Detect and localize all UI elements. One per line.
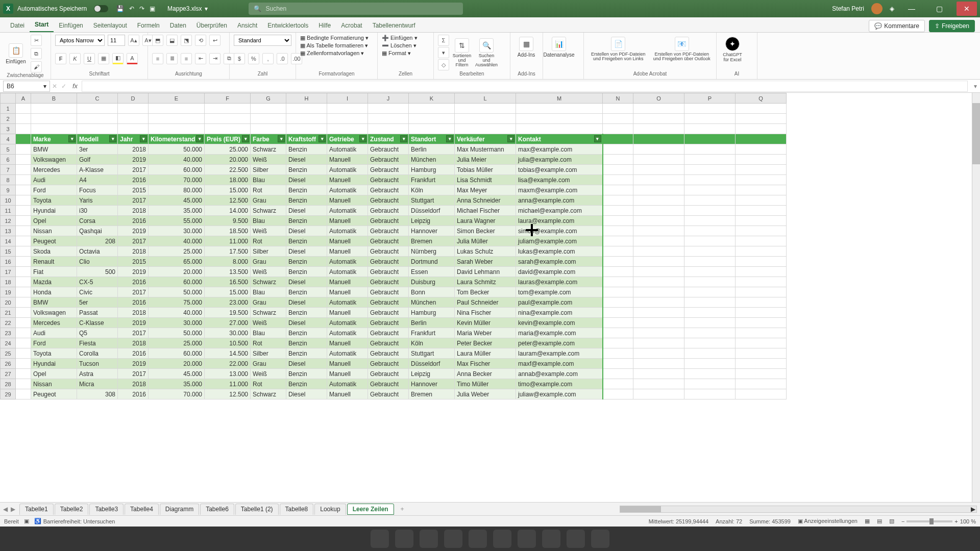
sheet-tab[interactable]: Diagramm — [160, 504, 199, 515]
row-header[interactable]: 20 — [1, 297, 16, 308]
cell[interactable] — [286, 114, 327, 124]
cell[interactable]: Benzin — [286, 308, 327, 318]
cell[interactable] — [516, 124, 603, 134]
cell[interactable]: Gebraucht — [368, 308, 409, 318]
cell[interactable] — [118, 114, 149, 124]
cell[interactable] — [684, 257, 736, 267]
border-button[interactable]: ▦ — [98, 53, 109, 64]
row-header[interactable]: 8 — [1, 175, 16, 185]
cell[interactable] — [736, 379, 787, 389]
cell[interactable]: 11.000 — [205, 236, 251, 246]
filter-dropdown-icon[interactable]: ▾ — [446, 135, 453, 142]
cell[interactable] — [16, 267, 31, 277]
cell[interactable]: München — [409, 297, 455, 308]
sort-filter-button[interactable]: ⇅Sortieren und Filtern — [450, 36, 474, 69]
cell[interactable] — [368, 124, 409, 134]
cell[interactable] — [16, 328, 31, 338]
table-header-cell[interactable]: Farbe▾ — [251, 134, 286, 144]
cell[interactable]: Benzin — [286, 185, 327, 195]
new-sheet-icon[interactable]: ＋ — [399, 505, 405, 513]
cell[interactable]: 2017 — [118, 165, 149, 175]
row-header[interactable]: 26 — [1, 359, 16, 369]
cell[interactable]: 20.000 — [205, 155, 251, 165]
ribbon-tab-acrobat[interactable]: Acrobat — [336, 19, 367, 32]
cell[interactable]: Manuell — [327, 369, 368, 379]
display-settings-button[interactable]: ▣ Anzeigeeinstellungen — [798, 518, 857, 524]
font-size-input[interactable] — [108, 35, 125, 46]
cell[interactable]: Gebraucht — [368, 267, 409, 277]
cell[interactable] — [633, 165, 684, 175]
cell[interactable] — [455, 114, 516, 124]
row-header[interactable]: 16 — [1, 257, 16, 267]
cell[interactable] — [16, 175, 31, 185]
cell[interactable]: 50.000 — [149, 328, 205, 338]
cell[interactable] — [633, 389, 684, 399]
cell[interactable]: 2018 — [118, 379, 149, 389]
cell[interactable]: A4 — [77, 175, 118, 185]
cell[interactable]: sarah@example.com — [516, 257, 603, 267]
cell[interactable]: michael@example.com — [516, 206, 603, 216]
cell[interactable]: Paul Schneider — [455, 297, 516, 308]
cell[interactable]: Automatik — [327, 206, 368, 216]
cell[interactable]: Automatik — [327, 257, 368, 267]
cell[interactable]: anna@example.com — [516, 195, 603, 206]
cell[interactable]: 2016 — [118, 389, 149, 399]
cell[interactable] — [286, 124, 327, 134]
sheet-tab[interactable]: Lookup — [314, 504, 346, 515]
cell[interactable] — [736, 348, 787, 359]
cell[interactable] — [118, 104, 149, 114]
cell[interactable] — [633, 206, 684, 216]
cell[interactable] — [736, 318, 787, 328]
cell[interactable] — [736, 277, 787, 287]
paste-button[interactable]: 📋Einfügen — [4, 41, 28, 66]
cell[interactable]: Max Meyer — [455, 185, 516, 195]
cell[interactable]: 2016 — [118, 216, 149, 226]
cell[interactable]: Rot — [251, 338, 286, 348]
cell[interactable] — [16, 338, 31, 348]
view-layout-icon[interactable]: ▤ — [877, 518, 882, 524]
cell[interactable] — [16, 318, 31, 328]
cell[interactable] — [684, 124, 736, 134]
row-header[interactable]: 28 — [1, 379, 16, 389]
cell[interactable]: maxm@example.com — [516, 185, 603, 195]
cell[interactable]: 45.000 — [149, 195, 205, 206]
cell[interactable]: Gebraucht — [368, 389, 409, 399]
cell[interactable]: Diesel — [286, 246, 327, 257]
table-header-cell[interactable]: Getriebe▾ — [327, 134, 368, 144]
cell[interactable]: 30.000 — [149, 318, 205, 328]
cell[interactable] — [736, 134, 787, 144]
formula-input[interactable] — [82, 81, 968, 92]
cell[interactable]: 12.500 — [205, 389, 251, 399]
cell[interactable]: timo@example.com — [516, 379, 603, 389]
cell[interactable] — [409, 104, 455, 114]
zoom-in-icon[interactable]: + — [954, 518, 958, 524]
cell[interactable] — [684, 216, 736, 226]
cell[interactable]: Leipzig — [409, 216, 455, 226]
cell[interactable]: Clio — [77, 257, 118, 267]
cell[interactable]: 2018 — [118, 206, 149, 216]
accessibility-icon[interactable]: ♿ — [34, 518, 41, 524]
cell[interactable]: Bonn — [409, 287, 455, 297]
row-header[interactable]: 29 — [1, 389, 16, 399]
cell[interactable]: Gebraucht — [368, 277, 409, 287]
cell[interactable]: 2017 — [118, 369, 149, 379]
cell[interactable]: 27.000 — [205, 318, 251, 328]
cell[interactable]: Bremen — [409, 389, 455, 399]
cell[interactable]: Weiß — [251, 318, 286, 328]
cell[interactable]: Silber — [251, 246, 286, 257]
align-bottom-icon[interactable]: ⬔ — [181, 35, 192, 46]
cell[interactable] — [16, 104, 31, 114]
cell[interactable]: 15.000 — [205, 287, 251, 297]
cell[interactable] — [736, 124, 787, 134]
cell[interactable] — [736, 236, 787, 246]
filter-dropdown-icon[interactable]: ▾ — [359, 135, 366, 142]
cell[interactable] — [16, 195, 31, 206]
cell[interactable] — [31, 114, 77, 124]
cell[interactable] — [327, 114, 368, 124]
cell[interactable]: Laura Wagner — [455, 216, 516, 226]
cell[interactable]: Diesel — [286, 389, 327, 399]
cell[interactable]: Toyota — [31, 195, 77, 206]
cell[interactable] — [684, 297, 736, 308]
cell[interactable] — [684, 277, 736, 287]
cell[interactable]: Maria Weber — [455, 328, 516, 338]
